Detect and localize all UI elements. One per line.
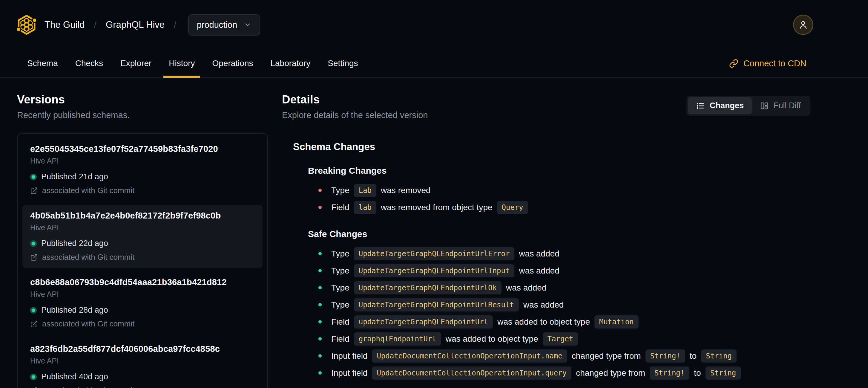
external-link-icon	[30, 253, 38, 261]
tab-history[interactable]: History	[163, 50, 200, 77]
change-bullet	[318, 269, 322, 272]
git-commit-link[interactable]: associated with Git commit	[30, 386, 255, 388]
tab-schema[interactable]: Schema	[22, 50, 63, 77]
org-name[interactable]: The Guild	[44, 20, 85, 30]
tab-operations[interactable]: Operations	[207, 50, 258, 77]
change-text: Field	[331, 203, 349, 212]
avatar[interactable]	[793, 14, 813, 35]
change-text: changed type from	[576, 368, 645, 378]
target-selector-value: production	[197, 20, 237, 30]
code-chip: Target	[543, 332, 578, 346]
versions-panel: Versions Recently published schemas. e2e…	[17, 78, 268, 388]
change-row: TypeUpdateTargetGraphQLEndpointUrlOkwas …	[318, 279, 850, 296]
change-text: was removed	[381, 186, 431, 195]
change-row: TypeUpdateTargetGraphQLEndpointUrlResult…	[318, 296, 850, 313]
git-commit-link[interactable]: associated with Git commit	[30, 319, 255, 329]
changes-toggle-button[interactable]: Changes	[688, 97, 752, 114]
breaking-changes-group: Breaking Changes TypeLabwas removedField…	[293, 166, 850, 216]
user-icon	[798, 20, 809, 30]
git-commit-label: associated with Git commit	[42, 319, 134, 329]
published-status: Published 28d ago	[30, 305, 255, 315]
code-chip: UpdateDocumentCollectionOperationInput.q…	[372, 366, 571, 380]
git-commit-label: associated with Git commit	[42, 186, 134, 195]
nav-bar: SchemaChecksExplorerHistoryOperationsLab…	[0, 50, 868, 78]
git-commit-link[interactable]: associated with Git commit	[30, 252, 255, 262]
target-selector[interactable]: production	[188, 14, 260, 36]
change-row: Fieldlabwas removed from object typeQuer…	[318, 199, 850, 216]
change-row: Input fieldUpdateDocumentCollectionOpera…	[318, 347, 850, 364]
external-link-icon	[30, 387, 38, 388]
full-diff-toggle-button[interactable]: Full Diff	[752, 97, 809, 114]
git-commit-link[interactable]: associated with Git commit	[30, 186, 255, 195]
change-text: Type	[331, 283, 349, 293]
hive-logo-icon[interactable]	[17, 14, 36, 35]
change-bullet	[318, 252, 322, 255]
code-chip: UpdateTargetGraphQLEndpointUrlInput	[354, 264, 515, 277]
tab-explorer[interactable]: Explorer	[115, 50, 157, 77]
tab-settings[interactable]: Settings	[322, 50, 363, 77]
change-text: Field	[331, 317, 349, 327]
chevron-down-icon	[244, 21, 251, 29]
list-icon	[696, 101, 705, 110]
breaking-changes-list: TypeLabwas removedFieldlabwas removed fr…	[318, 182, 850, 216]
change-row: Input fieldUpdateDocumentCollectionOpera…	[318, 364, 850, 381]
link-icon	[729, 59, 738, 68]
code-chip: String	[701, 350, 737, 363]
external-link-icon	[30, 320, 38, 328]
code-chip: Mutation	[594, 316, 639, 329]
status-dot	[30, 374, 37, 380]
change-text: changed type from	[572, 351, 641, 361]
schema-changes-section: Schema Changes Breaking Changes TypeLabw…	[282, 141, 850, 381]
versions-subtitle: Recently published schemas.	[17, 110, 268, 120]
change-bullet	[318, 286, 322, 289]
version-service: Hive API	[30, 290, 255, 299]
tab-checks[interactable]: Checks	[70, 50, 108, 77]
published-label: Published 22d ago	[41, 239, 108, 248]
change-bullet	[318, 303, 322, 306]
breadcrumb: The Guild / GraphQL Hive / production	[44, 14, 260, 36]
version-service: Hive API	[30, 157, 255, 165]
project-name[interactable]: GraphQL Hive	[106, 20, 164, 30]
change-row: TypeLabwas removed	[318, 182, 850, 199]
view-toggle: Changes Full Diff	[686, 96, 810, 116]
change-text: Type	[331, 266, 349, 276]
details-panel: Details Explore details of the selected …	[282, 78, 850, 388]
change-row: FieldupdateTargetGraphQLEndpointUrlwas a…	[318, 313, 850, 330]
change-text: was added to object type	[446, 334, 538, 344]
tab-laboratory[interactable]: Laboratory	[265, 50, 316, 77]
code-chip: UpdateTargetGraphQLEndpointUrlResult	[354, 298, 519, 311]
breadcrumb-separator: /	[94, 20, 96, 30]
change-text: Type	[331, 249, 349, 259]
published-label: Published 40d ago	[41, 372, 108, 381]
versions-title: Versions	[17, 93, 268, 106]
published-label: Published 28d ago	[41, 305, 108, 315]
change-bullet	[318, 337, 322, 340]
main-content: Versions Recently published schemas. e2e…	[0, 78, 868, 388]
change-text: to	[690, 351, 696, 361]
schema-changes-title: Schema Changes	[293, 141, 850, 152]
change-text: was added	[519, 266, 559, 276]
status-dot	[30, 307, 37, 314]
connect-cdn-link[interactable]: Connect to CDN	[729, 59, 806, 68]
code-chip: graphqlEndpointUrl	[354, 332, 441, 346]
code-chip: UpdateTargetGraphQLEndpointUrlError	[354, 247, 515, 260]
git-commit-label: associated with Git commit	[42, 386, 134, 388]
published-status: Published 21d ago	[30, 172, 255, 181]
published-status: Published 40d ago	[30, 372, 255, 381]
version-item[interactable]: c8b6e88a06793b9c4dfd54aaa21b36a1b421d812…	[22, 271, 262, 334]
version-item[interactable]: e2e55045345ce13fe07f52a77459b83fa3fe7020…	[22, 138, 262, 201]
connect-cdn-label: Connect to CDN	[743, 59, 806, 68]
status-dot	[30, 240, 37, 247]
published-status: Published 22d ago	[30, 239, 255, 248]
version-item[interactable]: 4b05ab51b1b4a7e2e4b0ef82172f2b9f7ef98c0b…	[22, 205, 262, 268]
version-list: e2e55045345ce13fe07f52a77459b83fa3fe7020…	[17, 133, 268, 388]
change-bullet	[318, 189, 322, 192]
change-bullet	[318, 354, 322, 358]
version-service: Hive API	[30, 357, 255, 365]
change-row: TypeUpdateTargetGraphQLEndpointUrlInputw…	[318, 262, 850, 279]
external-link-icon	[30, 187, 38, 195]
columns-icon	[760, 101, 769, 110]
code-chip: Query	[497, 201, 528, 214]
version-item[interactable]: a823f6db2a55df877dcf406006abca97fcc4858c…	[22, 338, 262, 388]
change-text: Field	[331, 334, 349, 344]
